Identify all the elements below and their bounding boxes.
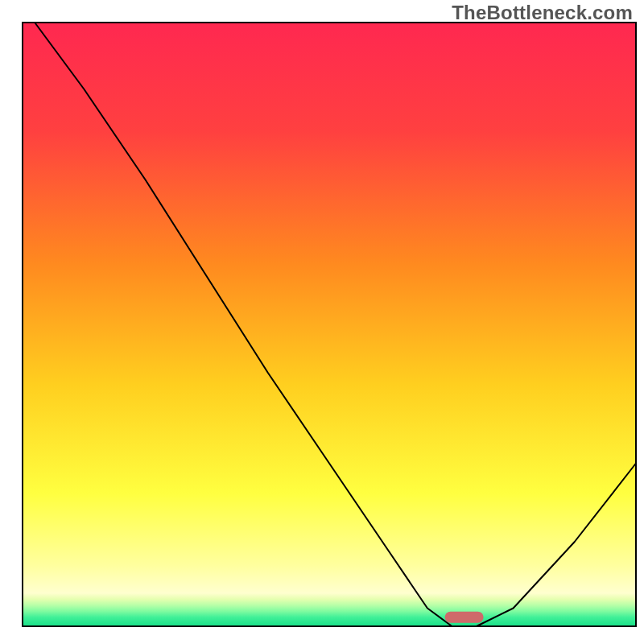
bottleneck-chart — [0, 0, 644, 644]
watermark-text: TheBottleneck.com — [452, 2, 633, 24]
gradient-background — [23, 23, 636, 626]
chart-container: TheBottleneck.com — [0, 0, 644, 644]
optimal-marker — [445, 612, 484, 623]
